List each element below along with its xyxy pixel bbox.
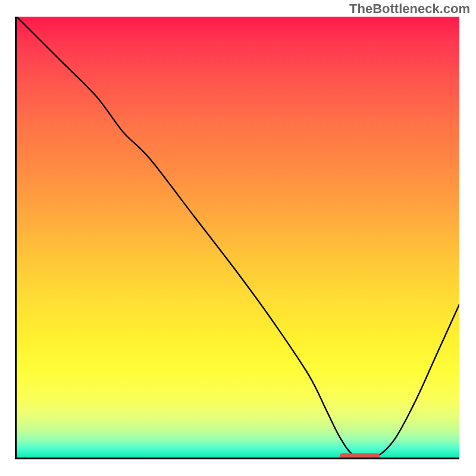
chart-container: TheBottleneck.com (0, 0, 476, 476)
watermark-text: TheBottleneck.com (349, 1, 470, 17)
plot-area (17, 17, 459, 459)
x-axis (17, 458, 459, 459)
bottleneck-curve (17, 17, 459, 459)
y-axis (15, 17, 17, 459)
curve-svg (17, 17, 459, 459)
